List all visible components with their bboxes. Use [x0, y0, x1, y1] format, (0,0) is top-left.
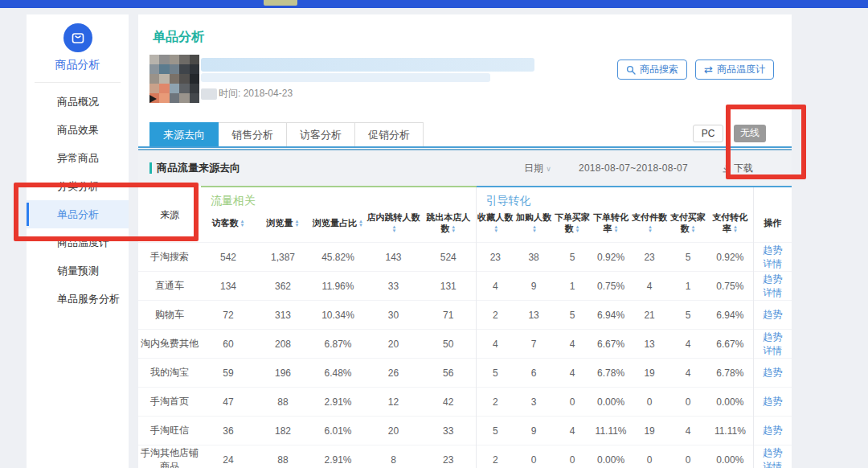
toggle-无线[interactable]: 无线 — [734, 125, 766, 142]
sort-icon[interactable]: ▲▼ — [648, 225, 653, 233]
cell-value: 0.75% — [592, 272, 630, 301]
cell-value: 9 — [514, 272, 553, 301]
col-header-店内跳转人数[interactable]: 店内跳转人数▲▼ — [366, 210, 421, 243]
col-header-跳出本店人数[interactable]: 跳出本店人数▲▼ — [421, 210, 476, 243]
col-header-下单转化率[interactable]: 下单转化率▲▼ — [592, 210, 630, 243]
sidebar-item-单品服务分析[interactable]: 单品服务分析 — [27, 285, 129, 313]
cell-value: 24 — [201, 445, 256, 468]
action-link-趋势[interactable]: 趋势 — [763, 331, 782, 343]
section-controls: 日期 ∨ 2018-08-07~2018-08-07 下载 — [524, 162, 792, 175]
cell-value: 6.48% — [310, 359, 366, 388]
col-header-下单买家数[interactable]: 下单买家数▲▼ — [553, 210, 592, 243]
col-header-操作: 操作 — [753, 210, 792, 243]
action-link-趋势[interactable]: 趋势 — [763, 309, 782, 320]
cell-actions: 趋势详情 — [753, 330, 792, 359]
sidebar-brand: 商品分析 — [27, 14, 129, 83]
sort-icon[interactable]: ▲▼ — [295, 220, 300, 228]
sidebar-item-商品温度计[interactable]: 商品温度计 — [27, 228, 129, 257]
col-header-支付件数[interactable]: 支付件数▲▼ — [630, 210, 669, 243]
cell-value: 23 — [476, 243, 514, 272]
cell-value: 72 — [201, 301, 256, 330]
toggle-PC[interactable]: PC — [693, 125, 723, 142]
sort-icon[interactable]: ▲▼ — [358, 220, 363, 228]
cell-actions: 趋势详情 — [753, 272, 792, 301]
sort-icon[interactable]: ▲▼ — [614, 225, 619, 233]
col-header-浏览量占比[interactable]: 浏览量占比▲▼ — [310, 210, 366, 243]
tab-促销分析[interactable]: 促销分析 — [355, 122, 424, 147]
sort-icon[interactable]: ▲▼ — [691, 225, 696, 233]
mosaic-cell — [179, 64, 189, 74]
sidebar-item-分类分析[interactable]: 分类分析 — [27, 172, 129, 200]
cell-value: 6.01% — [310, 417, 366, 445]
action-link-趋势[interactable]: 趋势 — [763, 447, 782, 458]
table-row: 手淘首页47882.91%12422300.00%000.00%趋势 — [138, 388, 792, 417]
product-search-button[interactable]: 商品搜索 — [617, 60, 687, 80]
col-header-浏览量[interactable]: 浏览量▲▼ — [256, 210, 310, 243]
product-title-blurred — [201, 58, 534, 72]
cell-value: 0.00% — [707, 388, 753, 417]
cell-value: 33 — [421, 417, 476, 445]
tab-销售分析[interactable]: 销售分析 — [219, 122, 287, 147]
sidebar-item-商品概况[interactable]: 商品概况 — [27, 88, 129, 116]
cell-value: 12 — [366, 388, 421, 417]
action-link-详情[interactable]: 详情 — [763, 461, 782, 468]
cell-actions: 趋势 — [753, 359, 792, 388]
tab-访客分析[interactable]: 访客分析 — [287, 122, 355, 147]
sort-icon[interactable]: ▲▼ — [493, 225, 498, 233]
listing-time-text: 时间: 2018-04-23 — [219, 87, 293, 101]
group-header-spacer — [753, 187, 792, 210]
action-link-详情[interactable]: 详情 — [763, 345, 782, 356]
cell-value: 182 — [256, 417, 310, 445]
main-content-card: 单品分析 时间: 2018-04-23 商品搜索 ⇄ 商品温度计 — [138, 14, 792, 468]
action-link-详情[interactable]: 详情 — [763, 287, 782, 298]
mosaic-cell — [159, 74, 169, 84]
mosaic-cell — [190, 93, 199, 103]
traffic-source-table-wrap: 来源流量相关引导转化访客数▲▼浏览量▲▼浏览量占比▲▼店内跳转人数▲▼跳出本店人… — [138, 186, 792, 468]
cell-value: 2.91% — [310, 388, 366, 417]
sort-icon[interactable]: ▲▼ — [733, 225, 738, 233]
sort-icon[interactable]: ▲▼ — [532, 225, 537, 233]
cell-value: 38 — [514, 243, 553, 272]
col-header-支付转化率[interactable]: 支付转化率▲▼ — [707, 210, 753, 243]
action-link-趋势[interactable]: 趋势 — [763, 396, 782, 407]
device-toggle: PC无线 — [693, 125, 766, 142]
sort-icon[interactable]: ▲▼ — [451, 225, 456, 233]
cell-value: 33 — [366, 272, 421, 301]
cell-value: 0 — [630, 445, 669, 468]
col-header-加购人数[interactable]: 加购人数▲▼ — [514, 210, 553, 243]
cell-value: 4 — [669, 417, 707, 445]
sort-icon[interactable]: ▲▼ — [392, 225, 397, 233]
tab-来源去向[interactable]: 来源去向 — [149, 122, 219, 147]
product-thermometer-button[interactable]: ⇄ 商品温度计 — [695, 60, 774, 80]
mosaic-cell — [179, 55, 189, 64]
cell-value: 5 — [553, 243, 592, 272]
sidebar-item-异常商品[interactable]: 异常商品 — [27, 144, 129, 172]
sidebar-item-商品效果[interactable]: 商品效果 — [27, 116, 129, 144]
cell-value: 542 — [201, 243, 256, 272]
action-link-趋势[interactable]: 趋势 — [763, 425, 782, 436]
action-link-详情[interactable]: 详情 — [763, 258, 782, 269]
mosaic-cell — [149, 64, 159, 74]
sort-icon[interactable]: ▲▼ — [240, 220, 245, 228]
action-link-趋势[interactable]: 趋势 — [763, 244, 782, 256]
cell-value: 143 — [366, 243, 421, 272]
action-link-趋势[interactable]: 趋势 — [763, 273, 782, 285]
cell-value: 4 — [476, 330, 514, 359]
cell-value: 4 — [669, 330, 707, 359]
table-row: 直通车13436211.96%331314910.75%410.75%趋势详情 — [138, 272, 792, 301]
col-header-收藏人数[interactable]: 收藏人数▲▼ — [476, 210, 514, 243]
cell-value: 10.34% — [310, 301, 366, 330]
sidebar-item-单品分析[interactable]: 单品分析 — [27, 200, 129, 228]
cell-value: 0 — [669, 388, 707, 417]
download-button[interactable]: 下载 — [722, 162, 753, 175]
col-header-访客数[interactable]: 访客数▲▼ — [201, 210, 256, 243]
cell-value: 6.78% — [707, 359, 753, 388]
cell-value: 6.87% — [310, 330, 366, 359]
col-header-支付买家数[interactable]: 支付买家数▲▼ — [669, 210, 707, 243]
date-dropdown[interactable]: 日期 ∨ — [524, 162, 551, 175]
action-link-趋势[interactable]: 趋势 — [763, 367, 782, 378]
sidebar-item-销量预测[interactable]: 销量预测 — [27, 257, 129, 285]
cell-value: 20 — [366, 417, 421, 445]
time-label-blur — [201, 88, 217, 100]
sort-icon[interactable]: ▲▼ — [575, 225, 580, 233]
